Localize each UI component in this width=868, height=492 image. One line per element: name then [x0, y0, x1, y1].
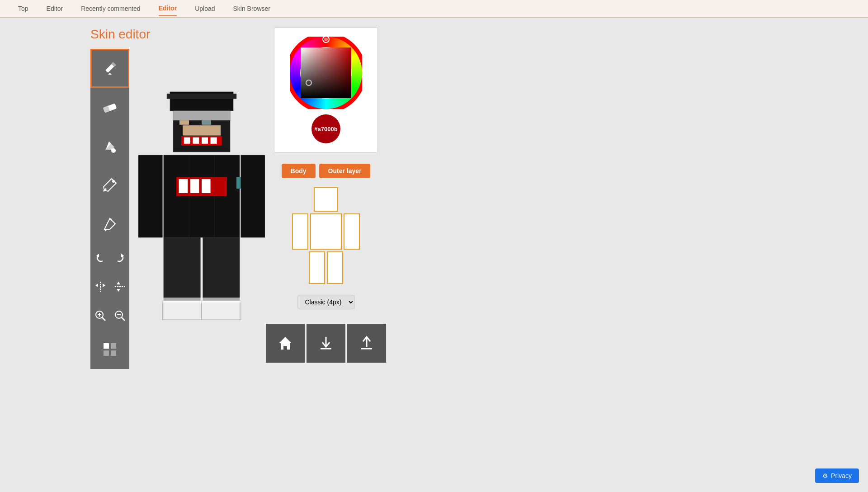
body-map-legs-row: [309, 251, 343, 284]
nav-editor[interactable]: Editor: [159, 1, 177, 16]
body-tab[interactable]: Body: [282, 164, 316, 178]
undo-redo-row: [90, 243, 129, 272]
body-map-right-arm[interactable]: [344, 213, 360, 250]
skin-preview[interactable]: [138, 78, 265, 340]
svg-rect-24: [111, 343, 116, 349]
nav-upload[interactable]: Upload: [195, 1, 215, 16]
mirror-h-icon: [94, 281, 106, 293]
outer-layer-tab[interactable]: Outer layer: [319, 164, 371, 178]
svg-marker-63: [279, 337, 292, 350]
zoom-in-icon: [94, 310, 106, 322]
undo-icon: [94, 252, 106, 264]
svg-rect-47: [138, 155, 162, 237]
eraser-tool[interactable]: [90, 88, 129, 127]
undo-button[interactable]: [90, 243, 110, 272]
svg-rect-57: [162, 298, 241, 303]
color-wheel-svg[interactable]: [290, 37, 362, 109]
home-button[interactable]: [266, 324, 305, 363]
svg-rect-50: [203, 237, 240, 301]
mirror-v-button[interactable]: [110, 272, 129, 301]
fill-icon: [102, 138, 118, 154]
svg-rect-37: [211, 137, 217, 144]
body-map-left-leg[interactable]: [309, 251, 325, 284]
svg-rect-38: [167, 94, 236, 99]
body-map: [292, 187, 360, 284]
zoom-row: [90, 301, 129, 330]
svg-rect-51: [162, 301, 202, 320]
nav-recently-commented[interactable]: Recently commented: [81, 1, 141, 16]
svg-rect-52: [202, 301, 241, 320]
grid-tool[interactable]: [90, 330, 129, 369]
svg-marker-12: [103, 284, 105, 287]
svg-point-5: [111, 148, 116, 153]
privacy-label: Privacy: [831, 472, 852, 479]
body-map-torso[interactable]: [310, 213, 342, 250]
fill-tool[interactable]: [90, 127, 129, 166]
svg-rect-40: [183, 125, 221, 135]
canvas-area[interactable]: [138, 49, 265, 369]
svg-rect-34: [184, 137, 190, 144]
svg-rect-36: [202, 137, 208, 144]
mirror-v-icon: [114, 281, 126, 293]
left-section: Skin editor: [90, 27, 265, 369]
zoom-out-button[interactable]: [110, 301, 129, 330]
svg-line-21: [122, 317, 125, 321]
svg-rect-45: [202, 179, 211, 193]
body-map-torso-row: [292, 213, 360, 250]
pencil-tool[interactable]: [90, 49, 129, 88]
svg-rect-44: [190, 179, 199, 193]
nav-top[interactable]: Top: [18, 1, 28, 16]
eyedropper-tool[interactable]: [90, 166, 129, 204]
color-swatch[interactable]: #a7000b: [311, 114, 340, 143]
pencil-icon: [102, 60, 118, 76]
upload-icon: [359, 335, 375, 351]
skin-type-dropdown[interactable]: Classic (4px) Slim (3px): [297, 295, 355, 309]
svg-rect-23: [104, 343, 109, 349]
hex-value: #a7000b: [314, 126, 337, 132]
svg-marker-11: [95, 284, 98, 287]
svg-rect-26: [111, 350, 116, 356]
svg-marker-14: [117, 282, 120, 284]
body-map-left-arm[interactable]: [292, 213, 308, 250]
home-icon: [277, 335, 293, 351]
zoom-out-icon: [114, 310, 126, 322]
mirror-h-button[interactable]: [90, 272, 110, 301]
body-map-right-leg[interactable]: [327, 251, 343, 284]
svg-rect-48: [241, 155, 265, 237]
page-title: Skin editor: [90, 27, 265, 42]
download-icon: [318, 335, 334, 351]
privacy-button[interactable]: ⚙ Privacy: [815, 468, 859, 483]
gear-icon: ⚙: [822, 472, 828, 479]
svg-marker-1: [108, 73, 112, 75]
svg-marker-15: [117, 289, 120, 292]
svg-rect-35: [193, 137, 199, 144]
nav-latest[interactable]: Editor: [47, 1, 63, 16]
bucket-icon: [102, 216, 118, 232]
color-wheel-container[interactable]: [290, 37, 362, 109]
body-map-head[interactable]: [314, 187, 338, 212]
nav-skin-browser[interactable]: Skin Browser: [233, 1, 270, 16]
svg-rect-43: [179, 179, 188, 193]
svg-point-7: [112, 180, 115, 183]
eraser-icon: [102, 99, 118, 115]
svg-rect-49: [164, 237, 200, 301]
download-button[interactable]: [307, 324, 345, 363]
svg-point-61: [324, 38, 328, 41]
layer-tabs: Body Outer layer: [282, 164, 371, 178]
main-content: Skin editor: [0, 18, 868, 378]
right-panel: #a7000b Body Outer layer: [274, 27, 378, 369]
bottom-actions: [266, 324, 386, 363]
grid-icon: [102, 341, 118, 358]
svg-rect-39: [173, 111, 230, 120]
redo-button[interactable]: [110, 243, 129, 272]
mirror-row: [90, 272, 129, 301]
eyedropper-icon: [102, 177, 118, 193]
zoom-in-button[interactable]: [90, 301, 110, 330]
svg-line-17: [102, 317, 105, 321]
top-nav: Top Editor Recently commented Editor Upl…: [0, 0, 868, 18]
svg-rect-25: [104, 350, 109, 356]
noise-tool[interactable]: [90, 204, 129, 243]
upload-button[interactable]: [347, 324, 386, 363]
color-picker-box: #a7000b: [274, 27, 378, 153]
redo-icon: [114, 252, 126, 264]
